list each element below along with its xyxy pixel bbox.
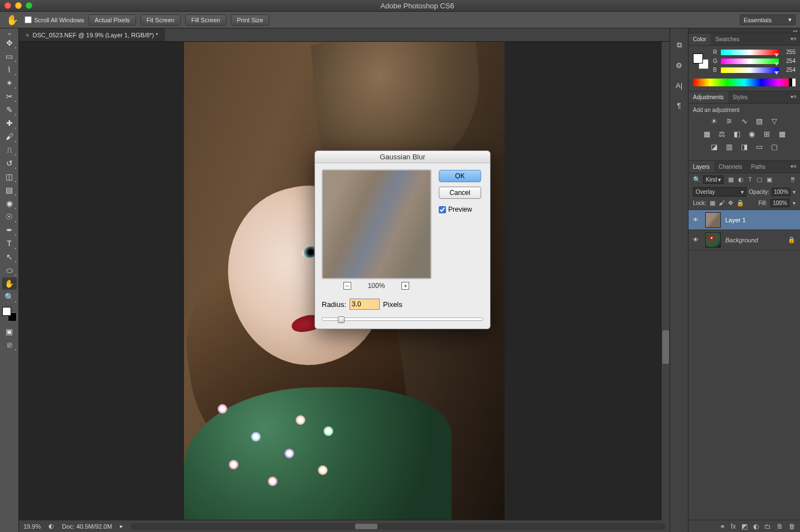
cancel-button[interactable]: Cancel (439, 187, 481, 199)
character-panel-icon[interactable]: A| (673, 80, 685, 91)
exposure-icon[interactable]: ▨ (754, 116, 764, 125)
document-tab[interactable]: × DSC_0523.NEF @ 19.9% (Layer 1, RGB/8*)… (19, 28, 165, 41)
g-slider[interactable] (721, 58, 779, 64)
opacity-value[interactable]: 100% (772, 188, 791, 196)
layer-filter-toggle[interactable] (790, 176, 796, 184)
visibility-icon[interactable]: 👁 (693, 217, 701, 223)
filter-type-icon[interactable]: 🔍 (693, 176, 701, 183)
layer-style-icon[interactable]: fx (731, 523, 736, 530)
channel-mixer-icon[interactable]: ⊞ (762, 129, 772, 138)
posterize-icon[interactable]: ▥ (724, 142, 734, 151)
fill-arrow-icon[interactable]: ▾ (793, 200, 796, 206)
foreground-color-swatch[interactable] (2, 307, 11, 316)
doc-info-arrow-icon[interactable]: ▸ (120, 523, 123, 530)
layer-name[interactable]: Background (725, 237, 783, 243)
tab-styles[interactable]: Styles (728, 91, 752, 103)
tools-collapse-handle[interactable]: ◂▸ (0, 31, 18, 36)
color-spectrum[interactable] (693, 79, 796, 86)
b-slider[interactable] (721, 67, 779, 73)
path-selection-tool[interactable]: ↖ (2, 251, 17, 263)
panels-collapse-handle[interactable]: ▸▸ (689, 28, 800, 33)
lock-position-icon[interactable]: ✥ (728, 199, 733, 207)
history-panel-icon[interactable]: ⧉ (673, 40, 685, 51)
preview-checkbox[interactable]: Preview (439, 206, 483, 213)
doc-info[interactable]: Doc: 40.5M/92.0M (62, 523, 112, 530)
delete-layer-icon[interactable]: 🗑 (789, 523, 796, 530)
color-lookup-icon[interactable]: ▦ (777, 129, 787, 138)
pen-tool[interactable]: ✒ (2, 224, 17, 236)
link-layers-icon[interactable]: ⚭ (720, 523, 725, 530)
panel-menu-icon[interactable]: ▾≡ (787, 91, 800, 103)
panel-fg-swatch[interactable] (693, 53, 703, 64)
tab-swatches[interactable]: Swatches (711, 33, 744, 45)
tab-adjustments[interactable]: Adjustments (689, 91, 728, 103)
panel-menu-icon[interactable]: ▾≡ (787, 161, 800, 173)
filter-preview[interactable] (322, 170, 431, 279)
selective-color-icon[interactable]: ▢ (769, 142, 779, 151)
radius-slider-thumb[interactable] (338, 316, 345, 323)
photo-filter-icon[interactable]: ◉ (747, 129, 757, 138)
panel-menu-icon[interactable]: ▾≡ (787, 33, 800, 45)
new-group-icon[interactable]: 🗀 (764, 523, 771, 530)
layer-filter-kind[interactable]: Kind▾ (703, 175, 724, 184)
scroll-all-windows-checkbox[interactable]: Scroll All Windows (25, 16, 84, 23)
lock-all-icon[interactable]: 🔒 (736, 199, 744, 207)
shape-tool[interactable]: ⬭ (2, 264, 17, 276)
foreground-background-colors[interactable] (2, 307, 17, 321)
filter-shape-icon[interactable]: ▢ (757, 176, 762, 183)
filter-type-layer-icon[interactable]: T (748, 176, 752, 183)
hand-tool[interactable]: ✋ (2, 277, 17, 290)
filter-smart-icon[interactable]: ▣ (767, 176, 772, 183)
blur-tool[interactable]: ◉ (2, 197, 17, 209)
canvas-viewport[interactable]: Gaussian Blur − 100% + OK Cancel (19, 42, 670, 520)
r-slider[interactable] (721, 50, 779, 55)
filter-adjustment-icon[interactable]: ◐ (738, 176, 744, 183)
horizontal-scrollbar[interactable] (131, 523, 665, 530)
curves-icon[interactable]: ∿ (739, 116, 749, 125)
crop-tool[interactable]: ✂ (2, 90, 17, 103)
paragraph-panel-icon[interactable]: ¶ (673, 100, 685, 111)
gradient-map-icon[interactable]: ▭ (754, 142, 764, 151)
b-value[interactable]: 254 (781, 67, 796, 73)
zoom-in-button[interactable]: + (401, 282, 409, 290)
layer-name[interactable]: Layer 1 (725, 217, 796, 223)
zoom-out-button[interactable]: − (343, 282, 351, 290)
scrollbar-thumb[interactable] (662, 330, 669, 364)
tab-color[interactable]: Color (689, 33, 711, 45)
scrollbar-thumb[interactable] (355, 524, 377, 529)
lasso-tool[interactable]: ⌇ (2, 64, 17, 76)
move-tool[interactable]: ✥ (2, 37, 17, 49)
layer-mask-icon[interactable]: ◩ (741, 523, 748, 530)
tab-channels[interactable]: Channels (714, 161, 746, 173)
black-white-icon[interactable]: ◧ (732, 129, 742, 138)
layer-thumbnail[interactable] (705, 212, 721, 228)
brush-tool[interactable]: 🖌 (2, 130, 17, 143)
zoom-tool[interactable]: 🔍 (2, 291, 17, 303)
r-value[interactable]: 255 (781, 49, 796, 55)
panel-fg-bg-colors[interactable] (693, 53, 709, 69)
blend-mode-select[interactable]: Overlay▾ (693, 187, 746, 197)
history-brush-tool[interactable]: ↺ (2, 157, 17, 169)
tab-paths[interactable]: Paths (746, 161, 770, 173)
layer-thumbnail[interactable] (705, 232, 721, 248)
vertical-scrollbar[interactable] (662, 42, 670, 523)
properties-panel-icon[interactable]: ⚙ (673, 60, 685, 71)
visibility-icon[interactable]: 👁 (693, 237, 701, 243)
dodge-tool[interactable]: ☉ (2, 211, 17, 223)
ok-button[interactable]: OK (439, 170, 481, 182)
fill-screen-button[interactable]: Fill Screen (185, 14, 226, 26)
fill-value[interactable]: 100% (770, 199, 789, 207)
invert-icon[interactable]: ◪ (709, 142, 719, 151)
layer-item[interactable]: 👁 Background 🔒 (689, 230, 800, 250)
layer-item[interactable]: 👁 Layer 1 (689, 210, 800, 230)
vibrance-icon[interactable]: ▽ (769, 116, 779, 125)
hue-saturation-icon[interactable]: ▦ (702, 129, 712, 138)
g-value[interactable]: 254 (781, 58, 796, 64)
eyedropper-tool[interactable]: ✎ (2, 104, 17, 116)
clone-stamp-tool[interactable]: ⎍ (2, 144, 17, 156)
filter-pixel-icon[interactable]: ▦ (728, 176, 734, 183)
radius-slider[interactable] (322, 318, 483, 321)
close-tab-icon[interactable]: × (26, 32, 29, 38)
status-icon[interactable]: ◐ (49, 523, 54, 530)
quick-selection-tool[interactable]: ✶ (2, 77, 17, 89)
